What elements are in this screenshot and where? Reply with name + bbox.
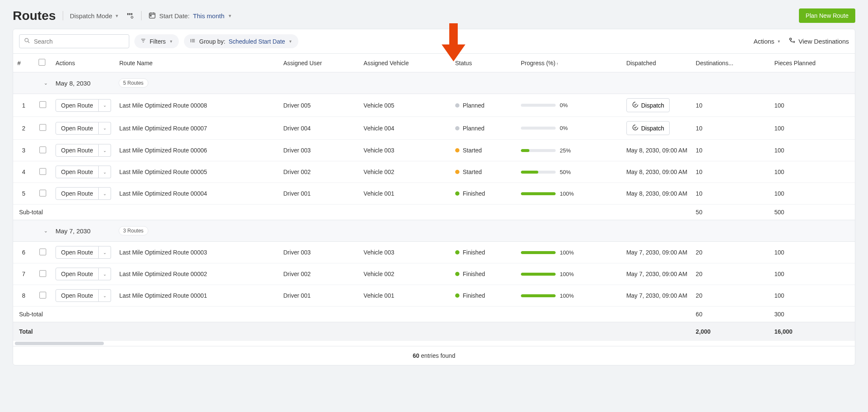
assigned-user-cell: Driver 004 (279, 117, 359, 140)
row-checkbox[interactable] (39, 270, 46, 277)
subtotal-row: Sub-total50500 (13, 205, 855, 220)
plan-new-route-button[interactable]: Plan New Route (799, 8, 855, 23)
table-row: 2 Open Route⌄ Last Mile Optimized Route … (13, 117, 855, 140)
route-name-cell: Last Mile Optimized Route 00002 (115, 263, 279, 285)
progress-cell: 50% (521, 169, 618, 175)
total-row: Total2,00016,000 (13, 322, 855, 341)
open-route-button[interactable]: Open Route (56, 122, 99, 135)
progress-cell: 100% (521, 191, 618, 197)
dispatch-button[interactable]: Dispatch (626, 121, 670, 135)
calendar-icon (148, 11, 156, 20)
dispatched-value: May 7, 2030, 09:00 AM (626, 249, 687, 256)
col-assigned-user[interactable]: Assigned User (279, 54, 359, 72)
row-checkbox[interactable] (39, 292, 46, 299)
open-route-button[interactable]: Open Route (56, 268, 99, 280)
group-header-row[interactable]: ⌄ May 8, 2030 5 Routes (13, 72, 855, 94)
col-route-name[interactable]: Route Name (115, 54, 279, 72)
open-route-button[interactable]: Open Route (56, 246, 99, 259)
open-route-caret[interactable]: ⌄ (99, 289, 111, 302)
group-date: May 8, 2030 (56, 80, 91, 87)
chevron-down-icon: ▼ (777, 39, 781, 44)
col-checkbox[interactable] (34, 54, 51, 72)
group-header-row[interactable]: ⌄ May 7, 2030 3 Routes (13, 220, 855, 242)
entries-count: 60 (413, 352, 420, 359)
col-progress[interactable]: Progress (%)↑ (517, 54, 622, 72)
table-row: 5 Open Route⌄ Last Mile Optimized Route … (13, 183, 855, 205)
row-checkbox[interactable] (39, 190, 46, 196)
progress-cell: 100% (521, 293, 618, 299)
chevron-down-icon[interactable]: ⌄ (44, 80, 48, 86)
pieces-cell: 100 (770, 285, 855, 307)
open-route-button[interactable]: Open Route (56, 166, 99, 178)
row-checkbox[interactable] (39, 147, 46, 153)
assigned-vehicle-cell: Vehicle 001 (359, 285, 451, 307)
status-dot-icon (455, 293, 459, 298)
open-route-caret[interactable]: ⌄ (99, 144, 111, 157)
start-date-prefix: Start Date: (159, 12, 190, 19)
route-name-cell: Last Mile Optimized Route 00005 (115, 161, 279, 183)
assigned-vehicle-cell: Vehicle 002 (359, 263, 451, 285)
row-checkbox[interactable] (39, 124, 46, 131)
dispatch-button[interactable]: Dispatch (626, 98, 670, 112)
dispatch-mode-dropdown[interactable]: Dispatch Mode ▼ (70, 12, 119, 19)
pieces-cell: 100 (770, 161, 855, 183)
route-name-cell: Last Mile Optimized Route 00006 (115, 140, 279, 161)
svg-point-3 (131, 17, 133, 19)
status-cell: Finished (455, 292, 485, 299)
status-cell: Planned (455, 125, 484, 132)
dispatch-icon (632, 101, 639, 109)
status-dot-icon (455, 126, 459, 130)
horizontal-scrollbar[interactable] (15, 342, 853, 345)
col-number[interactable]: # (13, 54, 34, 72)
dispatch-icon (632, 124, 639, 132)
routes-panel: Filters ▼ Group by: Scheduled Start Date… (13, 29, 855, 365)
start-date-selector[interactable]: Start Date: This month ▼ (148, 11, 232, 20)
status-cell: Finished (455, 249, 485, 256)
open-route-caret[interactable]: ⌄ (99, 166, 111, 178)
destinations-icon (788, 37, 796, 46)
open-route-caret[interactable]: ⌄ (99, 99, 111, 112)
route-settings-icon[interactable] (126, 11, 134, 20)
assigned-vehicle-cell: Vehicle 003 (359, 242, 451, 263)
filters-button[interactable]: Filters ▼ (134, 34, 179, 48)
start-date-value: This month (193, 12, 224, 19)
open-route-caret[interactable]: ⌄ (99, 268, 111, 280)
open-route-button[interactable]: Open Route (56, 144, 99, 157)
col-status[interactable]: Status (451, 54, 517, 72)
chevron-down-icon[interactable]: ⌄ (44, 228, 48, 234)
col-assigned-vehicle[interactable]: Assigned Vehicle (359, 54, 451, 72)
row-number: 7 (13, 263, 34, 285)
search-icon (24, 37, 31, 45)
search-input-wrapper[interactable] (19, 34, 129, 48)
row-checkbox[interactable] (39, 249, 46, 255)
col-pieces-planned[interactable]: Pieces Planned (770, 54, 855, 72)
view-destinations-link[interactable]: View Destinations (788, 37, 849, 46)
open-route-caret[interactable]: ⌄ (99, 122, 111, 135)
group-by-button[interactable]: Group by: Scheduled Start Date ▼ (184, 34, 298, 48)
svg-point-18 (790, 38, 792, 40)
open-route-button[interactable]: Open Route (56, 99, 99, 112)
pieces-cell: 100 (770, 140, 855, 161)
svg-line-10 (28, 41, 29, 43)
row-checkbox[interactable] (39, 168, 46, 175)
open-route-button[interactable]: Open Route (56, 187, 99, 200)
search-input[interactable] (34, 38, 125, 45)
open-route-caret[interactable]: ⌄ (99, 246, 111, 259)
assigned-vehicle-cell: Vehicle 003 (359, 140, 451, 161)
subtotal-row: Sub-total60300 (13, 307, 855, 322)
col-destinations[interactable]: Destinations... (692, 54, 770, 72)
dispatched-value: May 8, 2030, 09:00 AM (626, 147, 687, 154)
status-cell: Finished (455, 271, 485, 277)
col-dispatched[interactable]: Dispatched (622, 54, 692, 72)
assigned-vehicle-cell: Vehicle 004 (359, 117, 451, 140)
actions-dropdown[interactable]: Actions ▼ (754, 38, 781, 45)
open-route-caret[interactable]: ⌄ (99, 187, 111, 200)
row-number: 4 (13, 161, 34, 183)
row-checkbox[interactable] (39, 101, 46, 108)
row-number: 2 (13, 117, 34, 140)
route-name-cell: Last Mile Optimized Route 00008 (115, 94, 279, 117)
col-actions[interactable]: Actions (51, 54, 115, 72)
open-route-button[interactable]: Open Route (56, 289, 99, 302)
filter-icon (140, 38, 146, 45)
select-all-checkbox[interactable] (39, 59, 45, 66)
